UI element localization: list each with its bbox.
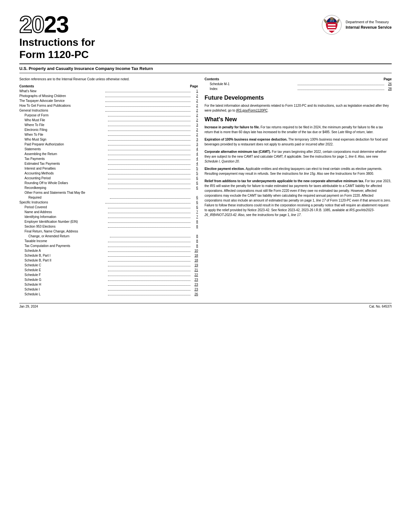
- toc-item-dots: [108, 213, 191, 213]
- toc-item-page: 2: [191, 108, 198, 113]
- toc-item: Paid Preparer Authorization 3: [19, 142, 198, 147]
- toc-item: Assembling the Return 4: [19, 152, 198, 156]
- irs-logo-block: ★★★ Department of the Treasury Internal …: [321, 15, 392, 35]
- toc-item-label: Accounting Methods: [24, 171, 107, 176]
- toc-item-label: Identifying Information: [24, 214, 107, 219]
- toc-item-page: 8: [191, 243, 198, 248]
- toc-item-page: 22: [191, 272, 198, 277]
- toc-item-page: 8: [191, 224, 198, 229]
- toc-item-page: 2: [191, 94, 198, 98]
- toc-item-dots: [108, 295, 191, 295]
- toc-item-dots: [110, 237, 191, 237]
- toc-item-dots: [108, 126, 191, 126]
- toc-item-dots: [108, 285, 191, 286]
- right-toc-header: Contents Page: [204, 77, 392, 81]
- toc-item: How To Get Forms and Publications 2: [19, 103, 198, 108]
- toc-item-dots: [108, 145, 191, 145]
- svg-rect-3: [328, 29, 336, 31]
- toc-item: Change, or Amended Return 8: [19, 234, 198, 239]
- whats-new-item-title: Increase in penalty for failure to file.: [204, 125, 259, 129]
- toc-item: Where To File 3: [19, 123, 198, 127]
- right-toc-item: Schedule M-1 26: [204, 82, 392, 86]
- toc-item-page: 7: [191, 210, 198, 214]
- right-toc-item-page: 26: [385, 82, 392, 86]
- toc-item-page: 6: [191, 200, 198, 205]
- toc-item-label: Employer Identification Number (EIN): [24, 219, 107, 224]
- toc-item-label: Change, or Amended Return: [28, 234, 109, 239]
- toc-item-dots: [108, 135, 191, 136]
- toc-item-page: 6: [191, 176, 198, 181]
- toc-item-page: 3: [191, 142, 198, 147]
- toc-item: Final Return, Name Change, Address: [19, 229, 198, 234]
- toc-item-page: 4: [191, 147, 198, 152]
- toc-item-page: 7: [191, 214, 198, 219]
- left-column: Section references are to the Internal R…: [19, 77, 198, 297]
- toc-item-dots: [110, 198, 191, 199]
- toc-item-label: Schedule B, Part II: [24, 258, 107, 263]
- toc-item-label: General Instructions: [19, 108, 104, 113]
- toc-item-label: Final Return, Name Change, Address: [24, 229, 198, 234]
- toc-item-page: 19: [191, 263, 198, 268]
- toc-item-page: 18: [191, 253, 198, 258]
- toc-item-page: 8: [191, 239, 198, 243]
- toc-item-label: Tax Computation and Payments: [24, 243, 107, 248]
- toc-item-label: Accounting Period: [24, 176, 107, 181]
- toc-item-dots: [105, 203, 191, 203]
- right-toc-item: Index 28: [204, 86, 392, 91]
- toc-item-page: 5: [191, 171, 198, 176]
- toc-item-label: Section 953 Elections: [24, 224, 107, 229]
- toc-item-page: 5: [191, 166, 198, 171]
- toc-item: Schedule C 19: [19, 263, 198, 268]
- toc-item-label: Interest and Penalties: [24, 166, 107, 171]
- whats-new-item: Expiration of 100% business meal expense…: [204, 137, 392, 147]
- toc-item-label: The Taxpayer Advocate Service: [19, 98, 104, 103]
- toc-item-page: 4: [191, 161, 198, 166]
- toc-item-dots: [108, 256, 191, 257]
- right-toc-contents-label: Contents: [204, 77, 219, 81]
- toc-item-dots: [108, 169, 191, 170]
- toc-item-label: Schedule A: [24, 248, 107, 253]
- toc-item: Period Covered 6: [19, 205, 198, 210]
- toc-item: Schedule B, Part I 18: [19, 253, 198, 258]
- toc-item-label: Schedule L: [24, 292, 107, 297]
- toc-item-dots: [108, 261, 191, 261]
- toc-header-label: Contents: [19, 84, 34, 88]
- toc-item: Taxable Income 8: [19, 239, 198, 243]
- toc-item-page: 2: [191, 103, 198, 108]
- toc-item-page: 2: [191, 98, 198, 103]
- toc-item-page: 18: [191, 258, 198, 263]
- toc-item-label: Schedule G: [24, 277, 107, 282]
- toc-item-label: Rounding Off to Whole Dollars: [24, 181, 107, 185]
- toc-item: Schedule F 22: [19, 272, 198, 277]
- toc-item-label: Schedule C: [24, 263, 107, 268]
- toc-item-page: 21: [191, 268, 198, 272]
- toc-item-dots: [108, 242, 191, 242]
- toc-item: Statements 4: [19, 147, 198, 152]
- future-developments-heading: Future Developments: [204, 94, 392, 101]
- toc-item: Schedule H 23: [19, 282, 198, 287]
- toc-item: Schedule L 26: [19, 292, 198, 297]
- toc-item-label: Schedule F: [24, 272, 107, 277]
- future-developments-text: For the latest information about develop…: [204, 103, 392, 113]
- year-title: 2023: [19, 13, 95, 36]
- toc-item-page: 23: [191, 277, 198, 282]
- toc-item: Purpose of Form 2: [19, 113, 198, 118]
- toc-item-page: 2: [191, 118, 198, 123]
- toc-item: Recordkeeping 6: [19, 185, 198, 190]
- whats-new-item-text: For tax year 2023, the IRS will waive th…: [204, 179, 391, 217]
- toc-item: When To File 2: [19, 132, 198, 137]
- toc-item-label: Recordkeeping: [24, 185, 107, 190]
- toc-item-dots: [108, 189, 191, 189]
- toc-item: Employer Identification Number (EIN) 8: [19, 219, 198, 224]
- whats-new-item-title: Expiration of 100% business meal expense…: [204, 138, 287, 141]
- irs-text-block: Department of the Treasury Internal Reve…: [346, 20, 392, 30]
- toc-item-dots: [108, 271, 191, 271]
- footer-cat: Cat. No. 64537I: [369, 305, 392, 308]
- toc-item: Section 953 Elections 8: [19, 224, 198, 229]
- toc-item-label: Photographs of Missing Children: [19, 94, 104, 98]
- right-toc-item-dots: [298, 90, 384, 90]
- toc-item: Who Must File 2: [19, 118, 198, 123]
- toc-item-page: 8: [191, 234, 198, 239]
- toc-item-label: Schedule B, Part I: [24, 253, 107, 258]
- page-header: 2023 Instructions for Form 1120-PC ★★★: [19, 13, 392, 61]
